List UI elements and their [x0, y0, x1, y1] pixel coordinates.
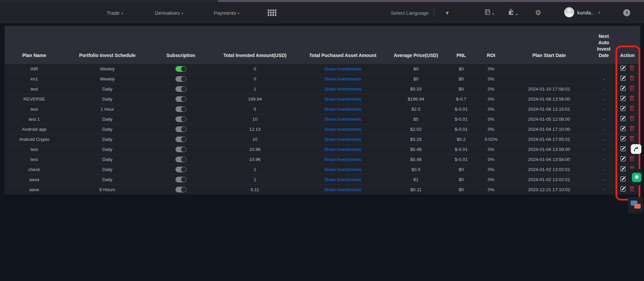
show-investments-link[interactable]: Show Investments [324, 167, 361, 172]
toggle-knob [181, 157, 186, 162]
edit-plan-button[interactable] [620, 65, 626, 71]
show-investments-link[interactable]: Show Investments [324, 76, 361, 81]
delete-plan-button[interactable] [629, 106, 635, 111]
delete-plan-button[interactable] [629, 186, 635, 192]
nav-menu-payments[interactable]: Payments▾ [214, 10, 239, 16]
cell-roi: 0% [477, 184, 505, 194]
cell-roi: 0% [477, 154, 505, 164]
toggle-knob [181, 147, 186, 152]
trash-icon [629, 116, 635, 121]
chatgpt-extension-icon[interactable]: ❋ [626, 169, 642, 185]
show-investments-link[interactable]: Show Investments [324, 137, 361, 142]
delete-plan-button[interactable] [629, 86, 635, 91]
cell-plan-name: test [5, 84, 64, 94]
cell-average-price: $0.11 [386, 184, 445, 194]
edit-plan-button[interactable] [620, 146, 626, 152]
show-investments-link[interactable]: Show Investments [324, 66, 361, 71]
show-investments-link[interactable]: Show Investments [324, 177, 361, 182]
subscription-toggle[interactable] [175, 187, 186, 192]
delete-plan-button[interactable] [629, 126, 635, 131]
chat-bubbles-extension-icon[interactable] [628, 197, 643, 214]
edit-plan-button[interactable] [620, 186, 626, 192]
subscription-toggle[interactable] [175, 106, 186, 112]
edit-plan-button[interactable] [620, 126, 626, 131]
settings-gear-icon[interactable]: ⚙ [535, 9, 541, 17]
share-arrow-extension-icon[interactable] [631, 144, 641, 154]
show-investments-link[interactable]: Show Investments [324, 97, 361, 102]
edit-plan-button[interactable] [620, 75, 626, 81]
subscription-toggle[interactable] [175, 66, 186, 72]
table-row: inr1 Weekly 0 Show Investments $0 $0 0% … [5, 74, 640, 84]
subscription-toggle[interactable] [175, 126, 186, 132]
subscription-toggle[interactable] [175, 157, 186, 162]
cell-average-price: $0 [386, 64, 445, 74]
cell-total-invested: 5 [211, 104, 299, 114]
language-dropdown-caret-icon[interactable]: ▼ [445, 10, 450, 16]
cell-subscription [151, 134, 211, 144]
delete-plan-button[interactable] [629, 96, 635, 101]
cell-purchased-asset: Show Investments [299, 124, 386, 134]
cell-average-price: $0.33 [386, 84, 445, 94]
show-investments-link[interactable]: Show Investments [324, 187, 361, 192]
show-investments-link[interactable]: Show Investments [324, 117, 361, 122]
cell-pnl: $-0.01 [445, 144, 477, 154]
nav-menu-trade[interactable]: Trade▾ [107, 10, 123, 16]
cell-total-invested: 1 [211, 174, 299, 184]
column-header: Plan Name [5, 26, 64, 64]
table-row: Android app Daily 12.13 Show Investments… [5, 124, 640, 134]
show-investments-link[interactable]: Show Investments [324, 107, 361, 112]
subscription-toggle[interactable] [175, 167, 186, 172]
cell-purchased-asset: Show Investments [299, 174, 386, 184]
edit-plan-button[interactable] [620, 86, 626, 91]
cell-total-invested: 0.11 [211, 184, 299, 194]
cell-plan-name: aava [5, 174, 64, 184]
cell-plan-name: Android Crypto [5, 134, 64, 144]
subscription-toggle[interactable] [175, 147, 186, 152]
show-investments-link[interactable]: Show Investments [324, 127, 361, 132]
apps-grid-icon[interactable] [268, 10, 276, 16]
cell-purchased-asset: Show Investments [299, 134, 386, 144]
delete-plan-button[interactable] [629, 75, 635, 81]
show-investments-link[interactable]: Show Investments [324, 157, 361, 162]
show-investments-link[interactable]: Show Investments [324, 87, 361, 92]
subscription-toggle[interactable] [175, 86, 186, 92]
chevron-down-icon: ▾ [238, 11, 239, 15]
edit-pencil-icon [620, 96, 626, 101]
edit-plan-button[interactable] [620, 106, 626, 111]
cell-plan-name: test [5, 154, 64, 164]
delete-plan-button[interactable] [629, 156, 635, 162]
toggle-knob [181, 76, 186, 81]
column-header: ROI [477, 26, 505, 64]
edit-plan-button[interactable] [620, 176, 626, 182]
subscription-toggle[interactable] [175, 136, 186, 142]
cell-schedule: Daily [64, 154, 151, 164]
edit-plan-button[interactable] [620, 136, 626, 142]
wallet-menu[interactable]: ▾ [508, 9, 518, 17]
subscription-toggle[interactable] [175, 177, 186, 182]
cell-pnl: $0 [445, 184, 477, 194]
edit-plan-button[interactable] [620, 116, 626, 121]
help-button[interactable]: ? [623, 9, 630, 16]
language-selector[interactable]: Select Language [391, 10, 429, 16]
cell-actions [614, 84, 640, 94]
edit-plan-button[interactable] [620, 166, 626, 172]
subscription-toggle[interactable] [175, 116, 186, 122]
cell-purchased-asset: Show Investments [299, 144, 386, 154]
user-menu[interactable]: kunda.. ▾ [564, 7, 600, 18]
edit-plan-button[interactable] [620, 156, 626, 162]
user-avatar [564, 7, 574, 17]
cell-next-auto-invest-date [593, 64, 614, 74]
nav-menu-derivatives[interactable]: Derivatives▾ [155, 10, 183, 16]
delete-plan-button[interactable] [629, 136, 635, 142]
table-row: test 1 Hour 5 Show Investments $2.5 $-0.… [5, 104, 640, 114]
subscription-toggle[interactable] [175, 76, 186, 82]
show-investments-link[interactable]: Show Investments [324, 147, 361, 152]
subscription-toggle[interactable] [175, 96, 186, 102]
edit-plan-button[interactable] [620, 96, 626, 101]
delete-plan-button[interactable] [629, 116, 635, 121]
orders-book-menu[interactable]: ▾ [484, 9, 494, 16]
delete-plan-button[interactable] [629, 65, 635, 71]
cell-purchased-asset: Show Investments [299, 104, 386, 114]
cell-plan-name: test [5, 104, 64, 114]
cell-schedule: Daily [64, 84, 151, 94]
